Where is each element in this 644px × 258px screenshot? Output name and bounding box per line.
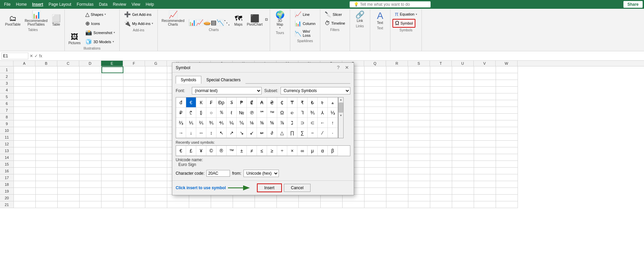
grid-cell[interactable] — [36, 66, 58, 73]
col-header-c[interactable]: C — [57, 61, 79, 66]
grid-cell[interactable] — [145, 93, 167, 100]
symbol-cell[interactable]: ⅗ — [206, 118, 216, 128]
grid-cell[interactable] — [496, 66, 518, 73]
grid-cell[interactable] — [408, 107, 430, 114]
menu-help[interactable]: Help — [143, 1, 157, 7]
grid-cell[interactable] — [167, 201, 189, 208]
grid-cell[interactable] — [474, 80, 496, 87]
recently-used-symbol[interactable]: ≥ — [267, 146, 277, 156]
grid-cell[interactable] — [496, 107, 518, 114]
grid-cell[interactable] — [386, 141, 408, 147]
grid-cell[interactable] — [474, 73, 496, 80]
grid-cell[interactable] — [14, 127, 36, 134]
grid-cell[interactable] — [474, 66, 496, 73]
grid-cell[interactable] — [452, 120, 474, 127]
grid-cell[interactable] — [80, 174, 101, 181]
grid-cell[interactable] — [474, 147, 496, 154]
grid-cell[interactable] — [386, 93, 408, 100]
col-header-v[interactable]: V — [474, 61, 496, 66]
grid-cell[interactable] — [14, 188, 36, 195]
symbol-cell[interactable]: Đρ — [216, 97, 227, 108]
insert-button[interactable]: Insert — [257, 183, 282, 192]
grid-cell[interactable] — [430, 201, 452, 208]
grid-cell[interactable] — [14, 80, 36, 87]
symbol-cell[interactable]: ↗ — [227, 128, 237, 138]
grid-cell[interactable] — [145, 154, 167, 161]
share-button[interactable]: Share — [623, 1, 643, 8]
grid-cell[interactable] — [36, 154, 58, 161]
grid-cell[interactable] — [14, 66, 36, 73]
grid-cell[interactable] — [474, 181, 496, 188]
grid-cell[interactable] — [430, 174, 452, 181]
grid-cell[interactable] — [496, 181, 518, 188]
search-input[interactable] — [360, 2, 427, 7]
symbol-cell[interactable]: ％ — [216, 108, 227, 118]
symbol-cell[interactable]: ₴ — [267, 97, 277, 108]
grid-cell[interactable] — [14, 93, 36, 100]
row-header-20[interactable]: 20 — [0, 195, 13, 201]
col-header-u[interactable]: U — [452, 61, 474, 66]
grid-cell[interactable] — [408, 120, 430, 127]
recently-used-symbol[interactable]: μ — [308, 146, 318, 156]
grid-cell[interactable] — [123, 100, 145, 107]
grid-cell[interactable] — [496, 168, 518, 174]
grid-cell[interactable] — [408, 161, 430, 168]
col-header-e[interactable]: E — [101, 61, 123, 66]
symbol-cell[interactable]: ℗ — [247, 108, 257, 118]
grid-cell[interactable] — [430, 80, 452, 87]
cancel-button[interactable]: Cancel — [284, 184, 311, 192]
menu-review[interactable]: Review — [110, 1, 129, 7]
grid-cell[interactable] — [364, 120, 386, 127]
grid-cell[interactable] — [408, 80, 430, 87]
grid-cell[interactable] — [364, 114, 386, 120]
grid-cell[interactable] — [145, 114, 167, 120]
symbol-cell[interactable]: ⅛ — [247, 118, 257, 128]
recently-used-symbol[interactable]: α — [318, 146, 328, 156]
pictures-button[interactable]: 🖼 Pictures — [67, 32, 82, 46]
grid-cell[interactable] — [145, 161, 167, 168]
row-header-16[interactable]: 16 — [0, 168, 13, 174]
subset-select[interactable]: Currency Symbols — [281, 87, 350, 94]
grid-cell[interactable] — [496, 188, 518, 195]
grid-cell[interactable] — [408, 141, 430, 147]
get-addins-button[interactable]: ➕ Get Add-ins — [122, 10, 154, 19]
row-header-13[interactable]: 13 — [0, 147, 13, 154]
grid-cell[interactable] — [430, 107, 452, 114]
grid-cell[interactable] — [474, 174, 496, 181]
grid-cell[interactable] — [364, 93, 386, 100]
grid-cell[interactable] — [123, 73, 145, 80]
symbol-cell[interactable]: ₽ — [176, 108, 186, 118]
row-header-5[interactable]: 5 — [0, 93, 13, 100]
grid-cell[interactable] — [36, 73, 58, 80]
grid-cell[interactable] — [101, 141, 123, 147]
grid-cell[interactable] — [80, 134, 101, 141]
symbol-cell[interactable]: ⅜ — [257, 118, 267, 128]
grid-cell[interactable] — [430, 127, 452, 134]
recently-used-symbol[interactable]: ¥ — [196, 146, 206, 156]
col-header-r[interactable]: R — [386, 61, 408, 66]
grid-cell[interactable] — [145, 168, 167, 174]
grid-cell[interactable] — [452, 201, 474, 208]
expand-formula-icon[interactable]: fx — [39, 54, 42, 58]
grid-cell[interactable] — [14, 154, 36, 161]
grid-cell[interactable] — [36, 181, 58, 188]
row-header-15[interactable]: 15 — [0, 161, 13, 168]
grid-cell[interactable] — [408, 181, 430, 188]
grid-cell[interactable] — [101, 66, 123, 73]
grid-cell[interactable] — [452, 73, 474, 80]
grid-cell[interactable] — [14, 195, 36, 201]
grid-cell[interactable] — [430, 195, 452, 201]
grid-cell[interactable] — [386, 168, 408, 174]
grid-cell[interactable] — [430, 93, 452, 100]
grid-cell[interactable] — [452, 93, 474, 100]
grid-cell[interactable] — [386, 181, 408, 188]
grid-cell[interactable] — [496, 201, 518, 208]
grid-cell[interactable] — [364, 154, 386, 161]
dialog-close-button[interactable]: ✕ — [344, 65, 350, 70]
grid-cell[interactable] — [36, 114, 58, 120]
grid-cell[interactable] — [364, 147, 386, 154]
grid-cell[interactable] — [145, 195, 167, 201]
row-header-6[interactable]: 6 — [0, 100, 13, 107]
grid-cell[interactable] — [408, 147, 430, 154]
grid-cell[interactable] — [408, 66, 430, 73]
